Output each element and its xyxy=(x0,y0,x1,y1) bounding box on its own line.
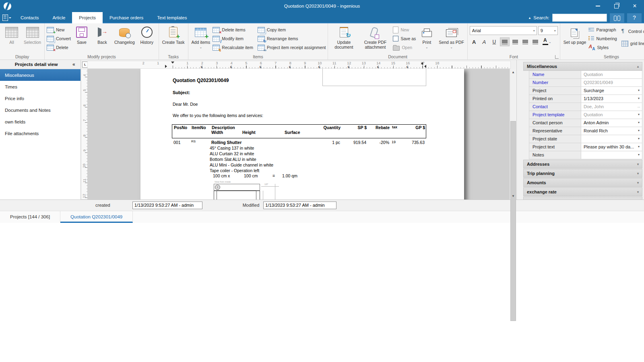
new-document-button[interactable]: New xyxy=(393,26,416,33)
property-label[interactable]: Notes xyxy=(529,151,581,159)
section-header-collapsed[interactable]: Amounts ▾ xyxy=(523,178,642,187)
vertical-scrollbar[interactable]: ▲ ▼ xyxy=(510,69,516,200)
add-items-button[interactable]: Add items ⌄ xyxy=(190,25,212,49)
save-as-button[interactable]: Save as xyxy=(393,35,416,42)
nav-tab[interactable]: Contacts xyxy=(14,12,45,23)
property-label[interactable]: Number xyxy=(529,79,581,86)
copy-item-button[interactable]: Copy item xyxy=(258,26,326,33)
align-left-button[interactable] xyxy=(500,37,510,46)
dropdown-arrow-icon[interactable] xyxy=(636,71,642,78)
font-color-button[interactable]: ⌄ xyxy=(541,38,553,46)
sidebar-item[interactable]: File attachments xyxy=(0,128,80,139)
font-size-select[interactable]: 9 ▾ xyxy=(538,26,558,35)
property-label[interactable]: Project xyxy=(529,87,581,95)
dropdown-arrow-icon[interactable] xyxy=(636,79,642,86)
property-value[interactable]: Ronald Rich xyxy=(581,127,636,135)
modify-item-button[interactable]: Modify item xyxy=(213,35,253,42)
dropdown-arrow-icon[interactable]: ... xyxy=(636,103,642,111)
section-header-collapsed[interactable]: Trip planning ▾ xyxy=(523,169,642,178)
align-center-button[interactable] xyxy=(521,38,530,46)
collapse-sidebar-icon[interactable]: « xyxy=(72,62,80,67)
first-line-indent-marker[interactable] xyxy=(171,62,174,65)
italic-button[interactable] xyxy=(480,38,489,46)
modified-value-field[interactable] xyxy=(263,202,336,209)
changelog-button[interactable]: Changelog xyxy=(113,25,136,46)
property-label[interactable]: Project text xyxy=(529,143,581,151)
property-label[interactable]: Representative xyxy=(529,127,581,135)
scroll-down-icon[interactable]: ▼ xyxy=(510,193,516,200)
grid-lines-button[interactable]: grid lines xyxy=(621,40,644,47)
display-selection-button[interactable]: Selection xyxy=(23,25,42,46)
dropdown-arrow-icon[interactable]: ▾ xyxy=(636,151,642,159)
scroll-up-icon[interactable]: ▲ xyxy=(510,69,516,75)
dropdown-arrow-icon[interactable]: ▾ xyxy=(636,111,642,119)
update-document-button[interactable]: Update document xyxy=(330,25,357,51)
bold-button[interactable] xyxy=(470,38,479,46)
nav-tab[interactable]: Projects xyxy=(72,12,103,23)
advanced-search-button[interactable] xyxy=(610,13,624,23)
document-tab[interactable]: Quotation Q202301/0049 xyxy=(60,211,133,223)
property-value[interactable]: 1/13/2023 xyxy=(581,95,636,103)
paragraph-button[interactable]: Paragraph xyxy=(588,26,617,33)
underline-button[interactable] xyxy=(490,38,499,46)
dropdown-arrow-icon[interactable]: ▾ xyxy=(636,143,642,151)
nav-tab[interactable]: Purchase orders xyxy=(103,12,150,23)
property-value[interactable]: Q202301/0049 xyxy=(581,79,636,86)
align-right-button[interactable] xyxy=(511,38,520,46)
dropdown-arrow-icon[interactable]: ▾ xyxy=(636,127,642,135)
property-value[interactable] xyxy=(581,135,636,143)
property-value[interactable]: Surcharge xyxy=(581,87,636,95)
nav-tab[interactable]: Text templates xyxy=(150,12,194,23)
created-value-field[interactable] xyxy=(132,202,202,209)
property-label[interactable]: Name xyxy=(529,71,581,78)
property-label[interactable]: Contact xyxy=(529,103,581,111)
property-label[interactable]: Printed on xyxy=(529,95,581,103)
help-button[interactable]: ? xyxy=(627,13,642,23)
property-value[interactable]: Quotation xyxy=(581,111,636,119)
send-as-pdf-button[interactable]: Send as PDF ⌄ xyxy=(438,25,465,49)
dialog-launcher-icon[interactable] xyxy=(555,55,559,59)
dropdown-arrow-icon[interactable]: ▾ xyxy=(636,135,642,143)
section-header-miscellaneous[interactable]: Miscellaneous ▴ xyxy=(523,62,642,71)
restore-button[interactable] xyxy=(607,0,625,12)
sidebar-item[interactable]: Miscellaneous xyxy=(0,69,80,81)
sidebar-item[interactable]: own fields xyxy=(0,116,80,128)
sidebar-item[interactable]: Times xyxy=(0,81,80,93)
control-character-button[interactable]: Control character xyxy=(621,28,644,35)
section-header-collapsed[interactable]: Addresses ▾ xyxy=(523,160,642,169)
search-input[interactable] xyxy=(552,14,607,22)
back-button[interactable]: Back xyxy=(93,25,112,46)
property-value[interactable]: Quotation xyxy=(581,71,636,78)
minimize-button[interactable] xyxy=(588,0,607,12)
left-indent-marker[interactable] xyxy=(165,65,169,68)
dropdown-arrow-icon[interactable]: ▾ xyxy=(636,95,642,103)
history-button[interactable]: History xyxy=(137,25,157,46)
delete-button[interactable]: Delete xyxy=(47,44,71,51)
dropdown-arrow-icon[interactable]: ▾ xyxy=(636,87,642,95)
numbering-button[interactable]: Numbering xyxy=(588,35,617,42)
save-button[interactable]: Save xyxy=(72,25,91,46)
property-label[interactable]: Project state xyxy=(529,135,581,143)
sidebar-item[interactable]: Documents and Notes xyxy=(0,104,80,116)
section-header-collapsed[interactable]: exchange rate ▾ xyxy=(523,187,642,196)
property-value[interactable] xyxy=(581,151,636,159)
close-button[interactable]: × xyxy=(625,0,644,12)
document-tab[interactable]: Projects [144 / 306] xyxy=(0,211,60,223)
create-task-button[interactable]: Create Task xyxy=(161,25,186,46)
recalculate-item-button[interactable]: Recalculate item xyxy=(213,44,253,51)
styles-button[interactable]: Styles xyxy=(588,44,617,51)
sidebar-item[interactable]: Price info xyxy=(0,93,80,104)
property-label[interactable]: Project template xyxy=(529,111,581,119)
right-indent-marker[interactable] xyxy=(423,65,426,68)
property-value[interactable]: Anton Admin xyxy=(581,119,636,127)
collapse-ribbon-icon[interactable]: ▴ xyxy=(529,16,531,20)
new-project-button[interactable]: New xyxy=(47,26,71,33)
property-value[interactable]: Please pay within 30 da... xyxy=(581,143,636,151)
set-up-page-button[interactable]: Set up page xyxy=(562,25,588,46)
scrollbar-thumb[interactable] xyxy=(510,121,516,321)
app-menu-button[interactable] xyxy=(0,12,14,23)
delete-items-button[interactable]: Delete items xyxy=(213,26,253,33)
convert-button[interactable]: Convert xyxy=(47,35,71,42)
justify-button[interactable] xyxy=(531,38,540,46)
project-item-receipt-assignment-button[interactable]: Project item receipt assignment xyxy=(258,44,326,51)
